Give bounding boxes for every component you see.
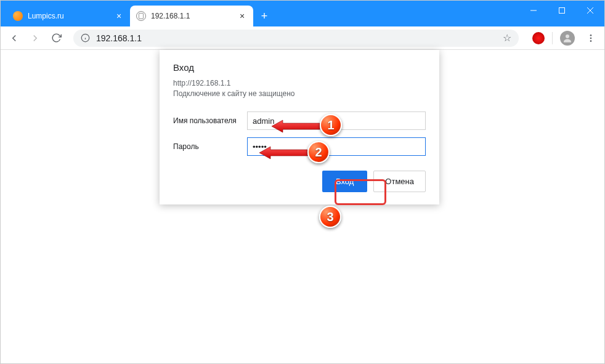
tab-title: 192.168.1.1 <box>151 12 232 20</box>
reload-button[interactable] <box>47 30 65 47</box>
toolbar-divider <box>552 32 553 44</box>
site-info-icon[interactable] <box>81 33 90 42</box>
tab-lumpics[interactable]: Lumpics.ru × <box>7 6 130 26</box>
dialog-url: http://192.168.1.1 <box>173 79 426 87</box>
toolbar-right <box>532 30 599 47</box>
username-input[interactable] <box>247 111 426 130</box>
password-row: Пароль <box>173 137 426 156</box>
password-label: Пароль <box>173 142 247 151</box>
browser-menu-button[interactable] <box>582 30 599 47</box>
svg-point-8 <box>590 34 592 36</box>
extension-opera-icon[interactable] <box>532 32 545 44</box>
tab-close-icon[interactable]: × <box>237 11 247 21</box>
dialog-actions: Вход Отмена <box>173 171 426 192</box>
svg-point-10 <box>590 40 592 42</box>
username-label: Имя пользователя <box>173 116 247 125</box>
favicon-default-icon <box>136 11 146 21</box>
username-row: Имя пользователя <box>173 111 426 130</box>
browser-toolbar: 192.168.1.1 ☆ <box>1 26 604 50</box>
cancel-button[interactable]: Отмена <box>373 171 426 192</box>
back-button[interactable] <box>6 30 23 47</box>
bookmark-star-icon[interactable]: ☆ <box>503 32 511 44</box>
favicon-lumpics-icon <box>13 11 23 21</box>
tabs-container: Lumpics.ru × 192.168.1.1 × + <box>7 1 273 26</box>
svg-point-9 <box>590 37 592 39</box>
svg-rect-1 <box>559 8 565 14</box>
login-button[interactable]: Вход <box>322 171 367 192</box>
page-content: Вход http://192.168.1.1 Подключение к са… <box>1 50 604 363</box>
url-text[interactable]: 192.168.1.1 <box>96 33 497 43</box>
window-controls <box>519 1 604 20</box>
minimize-button[interactable] <box>519 1 548 20</box>
browser-window: Lumpics.ru × 192.168.1.1 × + <box>0 0 605 364</box>
callout-badge-3: 3 <box>319 206 341 228</box>
tab-close-icon[interactable]: × <box>114 11 124 21</box>
window-close-button[interactable] <box>576 1 604 20</box>
dialog-title: Вход <box>173 62 426 73</box>
tab-router[interactable]: 192.168.1.1 × <box>130 6 253 26</box>
profile-avatar-icon[interactable] <box>560 31 575 46</box>
window-titlebar: Lumpics.ru × 192.168.1.1 × + <box>1 1 604 26</box>
svg-point-7 <box>566 34 569 38</box>
new-tab-button[interactable]: + <box>256 7 273 25</box>
dialog-insecure-warning: Подключение к сайту не защищено <box>173 89 426 98</box>
forward-button[interactable] <box>26 30 44 47</box>
password-input[interactable] <box>247 137 426 156</box>
address-bar[interactable]: 192.168.1.1 ☆ <box>73 30 519 47</box>
http-auth-dialog: Вход http://192.168.1.1 Подключение к са… <box>160 50 439 204</box>
maximize-button[interactable] <box>548 1 576 20</box>
tab-title: Lumpics.ru <box>28 12 109 20</box>
